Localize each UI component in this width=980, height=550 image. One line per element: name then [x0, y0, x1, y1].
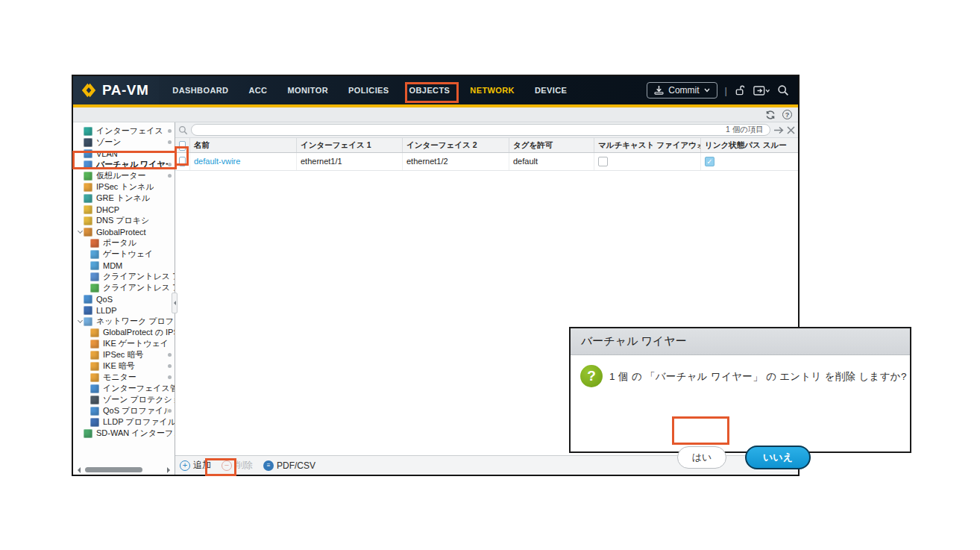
sidebar-item-clientless-apps[interactable]: クライアントレス アプリケ: [73, 271, 175, 282]
sidebar-item-mdm[interactable]: MDM: [73, 260, 175, 271]
select-all-checkbox[interactable]: [179, 141, 186, 151]
vwire-name-link[interactable]: default-vwire: [194, 157, 240, 166]
cell-interface2: ethernet1/2: [403, 153, 509, 170]
sidebar-item-monitor-profile[interactable]: モニター: [73, 372, 175, 383]
sidebar-item-ike-gateways[interactable]: IKE ゲートウェイ: [73, 338, 175, 349]
sidebar-item-gateways[interactable]: ゲートウェイ: [73, 249, 175, 260]
sidebar-item-label: GlobalProtect の IPSec 暗号: [103, 327, 175, 338]
chevron-down-icon[interactable]: [78, 228, 83, 234]
column-header-5[interactable]: リンク状態パス スルー: [701, 138, 798, 152]
column-header-4[interactable]: マルチキャスト ファイアウォール設定: [594, 138, 701, 152]
sidebar-item-virtual-routers[interactable]: 仮想ルーター: [73, 170, 175, 181]
sidebar-item-qos-profile[interactable]: QoS プロファイル: [73, 405, 175, 416]
column-header-2[interactable]: インターフェイス 2: [403, 138, 509, 152]
sidebar-list: インターフェイスゾーンVLANバーチャル ワイヤー仮想ルーターIPSec トンネ…: [73, 122, 175, 465]
sidebar-item-lldp-profile[interactable]: LLDP プロファイル: [73, 416, 175, 428]
sidebar-item-gp-ipsec-crypto[interactable]: GlobalProtect の IPSec 暗号: [73, 327, 175, 338]
sidebar-item-ipsec-crypto[interactable]: IPSec 暗号: [73, 349, 175, 360]
scrollbar-thumb[interactable]: [85, 467, 142, 472]
sidebar-item-globalprotect[interactable]: GlobalProtect: [73, 226, 175, 237]
unlock-icon[interactable]: [735, 85, 746, 96]
sidebar-item-sdwan-interface-profile[interactable]: SD-WAN インターフェイス プ: [73, 428, 175, 439]
sidebar-item-ike-crypto[interactable]: IKE 暗号: [73, 360, 175, 372]
cell-tag: default: [509, 153, 594, 170]
scroll-right-arrow-icon[interactable]: [167, 467, 173, 473]
filter-input[interactable]: 1 個の項目: [191, 124, 770, 136]
zones-icon: [84, 138, 92, 147]
dialog-body: ? 1 個 の 「バーチャル ワイヤー」 の エントリ を削除 しますか? はい…: [571, 355, 910, 451]
sidebar-item-zones[interactable]: ゾーン: [73, 137, 175, 148]
pdf-csv-button[interactable]: ≡ PDF/CSV: [263, 460, 315, 471]
virtual-routers-icon: [84, 172, 92, 181]
sidebar-item-label: GlobalProtect: [96, 228, 146, 237]
sidebar-item-network-profiles[interactable]: ネットワーク プロファイル: [73, 316, 175, 327]
clientless-apps-icon: [90, 272, 99, 281]
zone-protection-icon: [90, 396, 99, 404]
count-dot: [168, 353, 172, 357]
refresh-icon[interactable]: [765, 110, 776, 120]
search-row: 1 個の項目: [175, 122, 798, 138]
nav-tab-acc[interactable]: ACC: [248, 86, 267, 95]
sidebar-item-gre-tunnels[interactable]: GRE トンネル: [73, 193, 175, 204]
cell-interface1: ethernet1/1: [297, 153, 403, 170]
nav-tab-objects[interactable]: OBJECTS: [409, 86, 450, 95]
link-state-checkbox[interactable]: ✓: [705, 157, 714, 166]
row-checkbox[interactable]: [179, 157, 186, 166]
table-row[interactable]: default-vwire ethernet1/1 ethernet1/2 de…: [175, 153, 798, 171]
commit-button[interactable]: Commit: [647, 82, 717, 99]
column-header-3[interactable]: タグを許可: [509, 138, 594, 152]
chevron-down-icon[interactable]: [78, 318, 83, 323]
count-dot: [168, 375, 172, 379]
nav-tab-network[interactable]: NETWORK: [470, 86, 515, 95]
sidebar-item-clientless-app-groups[interactable]: クライアントレス アプリケ: [73, 282, 175, 293]
sidebar-item-label: ゾーン プロテクション: [103, 394, 175, 405]
sidebar-item-label: IPSec トンネル: [96, 181, 154, 193]
sidebar-item-dhcp[interactable]: DHCP: [73, 204, 175, 215]
sidebar-item-label: ネットワーク プロファイル: [96, 316, 175, 327]
lldp-icon: [84, 306, 92, 315]
multicast-checkbox[interactable]: [598, 157, 608, 166]
scrollbar-track[interactable]: [82, 467, 166, 472]
sidebar-item-ipsec-tunnels[interactable]: IPSec トンネル: [73, 181, 175, 193]
sidebar-item-qos[interactable]: QoS: [73, 293, 175, 304]
sidebar-collapse-handle[interactable]: [172, 293, 178, 313]
delete-button[interactable]: − 削除: [222, 459, 253, 472]
dialog-message: 1 個 の 「バーチャル ワイヤー」 の エントリ を削除 しますか?: [609, 370, 907, 384]
sidebar-item-portals[interactable]: ポータル: [73, 237, 175, 249]
sidebar-horizontal-scrollbar[interactable]: [73, 465, 175, 475]
sidebar-item-label: ゲートウェイ: [103, 249, 153, 260]
sidebar-item-zone-protection[interactable]: ゾーン プロテクション: [73, 394, 175, 405]
help-icon[interactable]: ?: [782, 110, 792, 119]
clear-filter-icon[interactable]: [787, 126, 795, 134]
sidebar-item-interfaces[interactable]: インターフェイス: [73, 125, 175, 137]
nav-tab-policies[interactable]: POLICIES: [348, 86, 389, 95]
sidebar-item-vlan[interactable]: VLAN: [73, 148, 175, 159]
monitor-icon: [90, 373, 99, 382]
sidebar-item-label: IPSec 暗号: [103, 349, 143, 360]
scroll-left-arrow-icon[interactable]: [75, 467, 81, 473]
sidebar-item-virtual-wires[interactable]: バーチャル ワイヤー: [73, 159, 175, 170]
add-button[interactable]: + 追加: [180, 459, 211, 472]
nav-tab-dashboard[interactable]: DASHBOARD: [172, 86, 228, 95]
apply-filter-arrow-icon[interactable]: [773, 126, 784, 134]
network-profiles-icon: [84, 317, 92, 326]
gateways-icon: [90, 250, 99, 259]
item-count-badge: 1 個の項目: [726, 125, 764, 135]
main-nav: DASHBOARDACCMONITORPOLICIESOBJECTSNETWOR…: [172, 86, 567, 95]
config-save-icon[interactable]: [753, 85, 770, 96]
sidebar-item-label: LLDP: [96, 306, 117, 315]
sidebar-item-dns-proxy[interactable]: DNS プロキシ: [73, 215, 175, 226]
sidebar-item-label: SD-WAN インターフェイス プ: [96, 428, 175, 439]
sidebar-item-lldp[interactable]: LLDP: [73, 304, 175, 316]
nav-tab-monitor[interactable]: MONITOR: [287, 86, 328, 95]
confirm-delete-dialog: バーチャル ワイヤー ? 1 個 の 「バーチャル ワイヤー」 の エントリ を…: [569, 327, 911, 453]
column-header-0[interactable]: 名前: [190, 138, 297, 152]
yes-button[interactable]: はい: [677, 446, 726, 469]
column-header-1[interactable]: インターフェイス 1: [297, 138, 403, 152]
clientless-app-groups-icon: [90, 284, 99, 293]
search-icon[interactable]: [777, 84, 789, 96]
sidebar-item-interface-mgmt[interactable]: インターフェイス管理: [73, 383, 175, 394]
nav-tab-device[interactable]: DEVICE: [535, 86, 567, 95]
no-button[interactable]: いいえ: [745, 446, 811, 469]
ike-crypto-icon: [90, 362, 99, 371]
